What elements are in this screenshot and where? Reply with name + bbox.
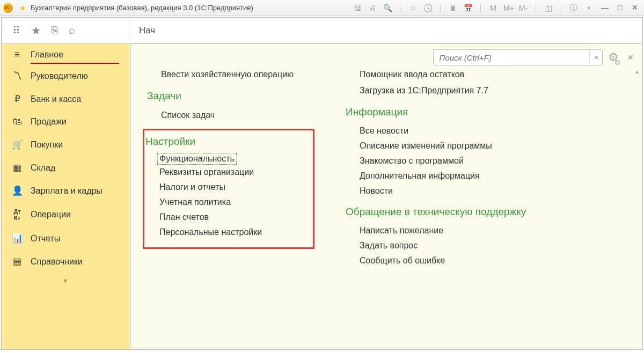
section-settings-title: Настройки <box>145 136 305 148</box>
sidebar-item-label: Склад <box>31 163 55 173</box>
sidebar-item-bank[interactable]: ₽ Банк и касса <box>2 87 129 111</box>
close-button[interactable]: ✕ <box>629 3 641 13</box>
window-title: Бухгалтерия предприятия (базовая), редак… <box>31 4 253 12</box>
titlebar-toolbar: 🖫 🖨 🔍 ☆ 🕓 🖩 📅 M M+ M- ◫ ⓘ ▾ <box>353 3 594 13</box>
link-changes[interactable]: Описание изменений программы <box>346 138 582 153</box>
sidebar-item-salary[interactable]: 👤 Зарплата и кадры <box>2 179 129 202</box>
search-icon[interactable]: ⌕ <box>69 24 75 36</box>
sidebar: ≡ Главное 〽 Руководителю ₽ Банк и касса … <box>2 43 129 349</box>
trend-icon: 〽 <box>11 71 23 82</box>
history-icon[interactable]: 🕓 <box>423 4 433 12</box>
link-chart-accounts[interactable]: План счетов <box>145 210 305 225</box>
menu-icon: ≡ <box>11 49 23 60</box>
tab-label[interactable]: Нач <box>129 25 155 36</box>
minimize-button[interactable]: — <box>599 3 611 13</box>
sidebar-item-reports[interactable]: 📊 Отчеты <box>2 227 129 250</box>
preview-icon[interactable]: 🔍 <box>383 4 392 12</box>
ruble-icon: ₽ <box>11 93 23 105</box>
books-icon: ▤ <box>11 256 23 267</box>
dtkt-icon: ДтКт <box>11 208 23 221</box>
section-support-title: Обращение в техническую поддержку <box>346 206 582 218</box>
favorite-star-icon[interactable]: ★ <box>19 4 26 12</box>
calendar-icon[interactable]: 📅 <box>463 4 473 12</box>
link-accounting-policy[interactable]: Учетная политика <box>145 195 305 210</box>
print-icon[interactable]: 🖨 <box>368 4 377 12</box>
link-news[interactable]: Новости <box>346 183 582 198</box>
link-taxes[interactable]: Налоги и отчеты <box>145 180 305 195</box>
link-wish[interactable]: Написать пожелание <box>346 223 582 238</box>
cart-icon: 🛒 <box>11 139 23 150</box>
panels-icon[interactable]: ◫ <box>544 4 553 12</box>
sidebar-item-label: Продажи <box>31 117 67 127</box>
sidebar-item-sales[interactable]: 🛍 Продажи <box>2 111 129 133</box>
active-underline <box>31 63 119 64</box>
m-button[interactable]: M <box>488 4 498 12</box>
sidebar-item-label: Покупки <box>31 140 63 150</box>
maximize-button[interactable]: □ <box>614 3 626 13</box>
info-icon[interactable]: ⓘ <box>569 3 579 13</box>
sidebar-item-label: Руководителю <box>31 71 88 81</box>
apps-grid-icon[interactable]: ⠿ <box>12 24 20 37</box>
sidebar-item-label: Банк и касса <box>31 94 81 104</box>
favorites-icon[interactable]: ★ <box>31 24 41 37</box>
sidebar-item-manager[interactable]: 〽 Руководителю <box>2 65 129 87</box>
title-bar: ★ Бухгалтерия предприятия (базовая), ред… <box>0 0 644 16</box>
app-logo-icon <box>3 3 13 13</box>
sidebar-item-label: Зарплата и кадры <box>31 186 103 196</box>
link-all-news[interactable]: Все новости <box>346 123 582 138</box>
sidebar-item-label: Главное <box>31 50 63 60</box>
link-operation[interactable]: Ввести хозяйственную операцию <box>147 67 346 83</box>
sidebar-item-label: Отчеты <box>31 234 60 244</box>
sidebar-item-label: Операции <box>31 210 71 219</box>
mplus-button[interactable]: M+ <box>503 4 513 12</box>
link-task-list[interactable]: Список задач <box>147 107 346 123</box>
sidebar-item-warehouse[interactable]: ▦ Склад <box>2 156 129 179</box>
link-org-details[interactable]: Реквизиты организации <box>145 165 305 180</box>
save-icon[interactable]: 🖫 <box>353 4 362 12</box>
mminus-button[interactable]: M- <box>518 4 528 12</box>
link-functionality[interactable]: Функциональность <box>157 153 237 165</box>
section-tasks-title: Задачи <box>147 90 346 102</box>
sidebar-item-operations[interactable]: ДтКт Операции <box>2 202 129 227</box>
link-question[interactable]: Задать вопрос <box>346 238 582 253</box>
grid-icon: ▦ <box>11 162 23 173</box>
sidebar-expand-down-icon[interactable]: ▾ <box>2 273 129 288</box>
link-intro[interactable]: Знакомство с программой <box>346 153 582 168</box>
main-panel: × ⚙ × ▴ Ввести хозяйственную операцию За… <box>130 43 641 348</box>
sidebar-item-label: Справочники <box>31 257 83 267</box>
chart-icon: 📊 <box>11 233 23 244</box>
person-icon: 👤 <box>11 185 23 196</box>
star-outline-icon[interactable]: ☆ <box>408 4 418 12</box>
info-dropdown-icon[interactable]: ▾ <box>584 5 594 11</box>
settings-highlight-box: Настройки Функциональность Реквизиты орг… <box>143 129 314 249</box>
link-import-1c77[interactable]: Загрузка из 1С:Предприятия 7.7 <box>346 83 582 99</box>
link-extra-info[interactable]: Дополнительная информация <box>346 168 582 183</box>
link-bug[interactable]: Сообщить об ошибке <box>346 253 582 268</box>
scroll-up-icon[interactable]: ▴ <box>635 68 639 75</box>
link-balance-helper[interactable]: Помощник ввода остатков <box>346 67 582 83</box>
clipboard-icon[interactable]: ⎘ <box>52 24 58 36</box>
section-info-title: Информация <box>346 106 582 118</box>
sidebar-item-purchases[interactable]: 🛒 Покупки <box>2 133 129 156</box>
secondary-toolbar: ⠿ ★ ⎘ ⌕ Нач <box>2 18 642 43</box>
link-personal-settings[interactable]: Персональные настройки <box>145 225 305 240</box>
bag-icon: 🛍 <box>11 116 23 127</box>
calc-icon[interactable]: 🖩 <box>448 4 458 12</box>
sidebar-item-directories[interactable]: ▤ Справочники <box>2 250 129 273</box>
